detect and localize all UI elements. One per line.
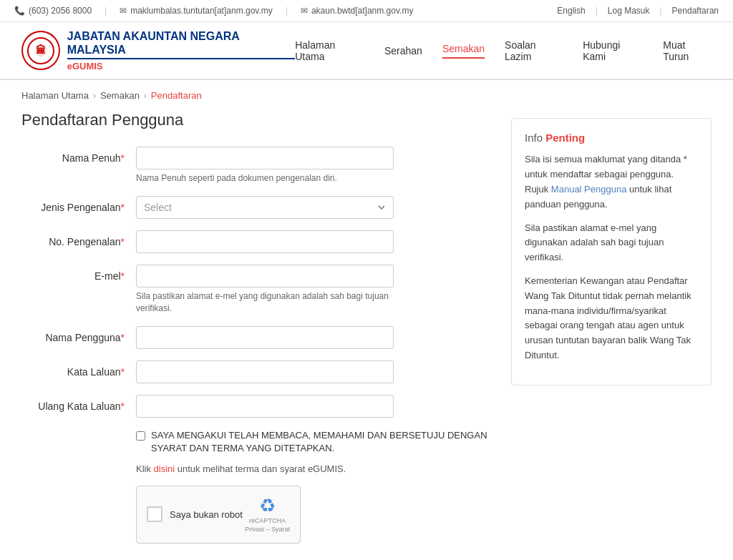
kata-laluan-row: Kata Laluan*: [21, 360, 490, 383]
email1-icon: ✉: [120, 6, 127, 16]
no-pengenalan-input[interactable]: [136, 230, 394, 253]
terms-label: SAYA MENGAKUI TELAH MEMBACA, MEMAHAMI DA…: [151, 429, 490, 455]
penting-word: Penting: [545, 132, 585, 144]
manual-pengguna-link[interactable]: Manual Pengguna: [551, 184, 627, 195]
jenis-pengenalan-field: Select MyKad Passport MyPR: [136, 196, 394, 219]
phone-number: (603) 2056 8000: [29, 6, 92, 16]
info-para2: Sila pastikan alamat e-mel yang digunaka…: [525, 221, 698, 265]
jenis-pengenalan-select[interactable]: Select MyKad Passport MyPR: [136, 196, 394, 219]
recaptcha-sub: Privasi – Syarat: [245, 526, 290, 534]
nama-penuh-row: Nama Penuh* Nama Penuh seperti pada doku…: [21, 147, 490, 185]
click-disini-text: Klik disini untuk melihat terma dan syar…: [136, 463, 490, 474]
sep2: |: [286, 6, 288, 16]
emel-hint: Sila pastikan alamat e-mel yang digunaka…: [136, 290, 394, 315]
info-sidebar: Info Penting Sila isi semua maklumat yan…: [511, 111, 712, 560]
lang-switch[interactable]: English: [557, 6, 585, 16]
breadcrumb-arrow2: ›: [144, 91, 147, 101]
required-star6: *: [121, 366, 125, 378]
info-para3: Kementerian Kewangan atau Pendaftar Wang…: [525, 274, 698, 363]
email1-address: maklumbalas.tuntutan[at]anm.gov.my: [130, 6, 273, 16]
sep1: |: [105, 6, 107, 16]
ulang-kata-laluan-input[interactable]: [136, 395, 394, 418]
nama-penuh-hint: Nama Penuh seperti pada dokumen pengenal…: [136, 172, 394, 185]
nama-pengguna-row: Nama Pengguna*: [21, 326, 490, 349]
recaptcha-checkbox[interactable]: [147, 506, 162, 522]
breadcrumb-arrow1: ›: [93, 91, 96, 101]
main-nav: Halaman Utama Serahan Semakan Soalan Laz…: [295, 39, 712, 62]
nama-penuh-label: Nama Penuh*: [21, 147, 136, 164]
click-suffix: untuk melihat terma dan syarat eGUMIS.: [175, 463, 346, 474]
nama-pengguna-field: [136, 326, 394, 349]
info-para1: Sila isi semua maklumat yang ditanda * u…: [525, 152, 698, 212]
recaptcha-label: Saya bukan robot: [170, 509, 243, 520]
kata-laluan-label: Kata Laluan*: [21, 360, 136, 378]
kata-laluan-field: [136, 360, 394, 383]
click-prefix: Klik: [136, 463, 154, 474]
recaptcha-icon: ♻: [245, 495, 290, 517]
kata-laluan-input[interactable]: [136, 360, 394, 383]
terms-checkbox-area: SAYA MENGAKUI TELAH MEMBACA, MEMAHAMI DA…: [136, 429, 490, 455]
nama-pengguna-label: Nama Pengguna*: [21, 326, 136, 343]
header: 🏛 JABATAN AKAUNTAN NEGARA MALAYSIA eGUMI…: [0, 22, 733, 80]
top-bar: 📞 (603) 2056 8000 | ✉ maklumbalas.tuntut…: [0, 0, 733, 22]
jenis-pengenalan-row: Jenis Pengenalan* Select MyKad Passport …: [21, 196, 490, 219]
register-link[interactable]: Pendaftaran: [672, 6, 719, 16]
no-pengenalan-row: No. Pengenalan*: [21, 230, 490, 253]
info-box: Info Penting Sila isi semua maklumat yan…: [511, 118, 712, 385]
recaptcha-logo: ♻ reCAPTCHA Privasi – Syarat: [245, 495, 290, 534]
phone-icon: 📞: [14, 6, 25, 16]
email2-contact: ✉ akaun.bwtd[at]anm.gov.my: [301, 6, 414, 16]
recaptcha-box[interactable]: Saya bukan robot ♻ reCAPTCHA Privasi – S…: [136, 486, 301, 543]
logo-egumis: eGUMIS: [67, 58, 296, 72]
email2-icon: ✉: [301, 6, 308, 16]
recaptcha-left: Saya bukan robot: [147, 506, 243, 522]
ulang-kata-laluan-label: Ulang Kata Laluan*: [21, 395, 136, 412]
nav-serahan[interactable]: Serahan: [384, 45, 422, 57]
logo-text: JABATAN AKAUNTAN NEGARA MALAYSIA: [67, 29, 296, 57]
form-section: Pendaftaran Pengguna Nama Penuh* Nama Pe…: [21, 111, 490, 560]
breadcrumb-current: Pendaftaran: [151, 90, 202, 101]
breadcrumb: Halaman Utama › Semakan › Pendaftaran: [0, 80, 733, 111]
nama-penuh-field: Nama Penuh seperti pada dokumen pengenal…: [136, 147, 394, 185]
phone-contact: 📞 (603) 2056 8000: [14, 6, 92, 16]
required-star2: *: [121, 202, 125, 213]
logo-emblem: 🏛: [21, 31, 60, 70]
ulang-kata-laluan-field: [136, 395, 394, 418]
emel-input[interactable]: [136, 265, 394, 288]
logo-area: 🏛 JABATAN AKAUNTAN NEGARA MALAYSIA eGUMI…: [21, 29, 295, 72]
breadcrumb-halaman-utama[interactable]: Halaman Utama: [21, 90, 89, 101]
no-pengenalan-field: [136, 230, 394, 253]
login-link[interactable]: Log Masuk: [608, 6, 650, 16]
jenis-pengenalan-label: Jenis Pengenalan*: [21, 196, 136, 213]
nama-penuh-input[interactable]: [136, 147, 394, 170]
nav-halaman-utama[interactable]: Halaman Utama: [295, 39, 364, 62]
info-title: Info Penting: [525, 132, 698, 144]
nav-semakan[interactable]: Semakan: [442, 43, 485, 59]
nav-soalan-lazim[interactable]: Soalan Lazim: [505, 39, 563, 62]
sep4: |: [659, 6, 661, 16]
required-star4: *: [121, 270, 125, 282]
main-content: Pendaftaran Pengguna Nama Penuh* Nama Pe…: [0, 111, 733, 560]
breadcrumb-semakan[interactable]: Semakan: [100, 90, 140, 101]
emel-field: Sila pastikan alamat e-mel yang digunaka…: [136, 265, 394, 315]
page-title: Pendaftaran Pengguna: [21, 111, 490, 129]
email1-contact: ✉ maklumbalas.tuntutan[at]anm.gov.my: [120, 6, 273, 16]
required-star: *: [121, 152, 125, 164]
sep3: |: [596, 6, 598, 16]
required-star3: *: [121, 236, 125, 247]
email2-address: akaun.bwtd[at]anm.gov.my: [311, 6, 414, 16]
emel-row: E-mel* Sila pastikan alamat e-mel yang d…: [21, 265, 490, 315]
ulang-kata-laluan-row: Ulang Kata Laluan*: [21, 395, 490, 418]
disini-link[interactable]: disini: [154, 463, 175, 474]
svg-text:🏛: 🏛: [36, 44, 46, 56]
nav-muat-turun[interactable]: Muat Turun: [663, 39, 712, 62]
no-pengenalan-label: No. Pengenalan*: [21, 230, 136, 247]
nama-pengguna-input[interactable]: [136, 326, 394, 349]
nav-hubungi-kami[interactable]: Hubungi Kami: [583, 39, 643, 62]
emel-label: E-mel*: [21, 265, 136, 282]
required-star7: *: [121, 401, 125, 412]
info-word: Info: [525, 132, 545, 144]
terms-checkbox[interactable]: [136, 431, 145, 441]
required-star5: *: [121, 332, 125, 343]
recaptcha-brand: reCAPTCHA: [245, 517, 290, 526]
